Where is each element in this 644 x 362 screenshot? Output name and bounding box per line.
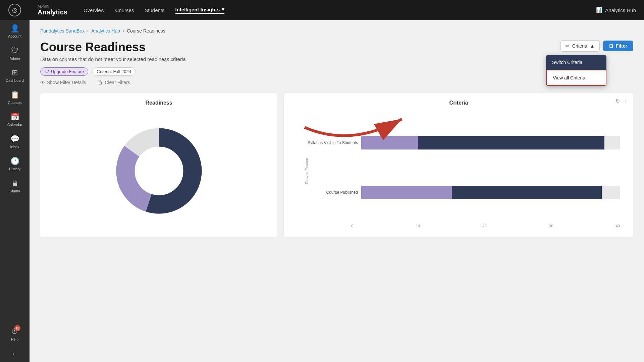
- sidebar-item-history[interactable]: 🕐 History: [0, 153, 30, 175]
- filter-button[interactable]: ⊟ Filter: [603, 41, 633, 51]
- calendar-icon: 📅: [10, 113, 19, 121]
- nav-overview[interactable]: Overview: [84, 6, 105, 14]
- x-tick-30: 30: [549, 224, 553, 228]
- tags-row: 🛡 Upgrade Feature Criteria: Fall 2024: [40, 67, 633, 76]
- filter-label: Filter: [616, 43, 627, 49]
- sidebar-collapse-button[interactable]: ←: [0, 345, 30, 362]
- bar-track-1: [361, 136, 620, 149]
- header-actions: ✏ Criteria ▲ ⊟ Filter Switch Criteria Vi…: [560, 40, 633, 52]
- criteria-chevron-icon: ▲: [590, 43, 595, 49]
- analytics-hub-label: Analytics Hub: [605, 7, 636, 13]
- show-filter-details-link[interactable]: 👁 Show Filter Details: [40, 80, 86, 85]
- content-area: Pandalytics SandBox › Analytics Hub › Co…: [30, 20, 644, 362]
- filter-row: 👁 Show Filter Details | 🗑 Clear Filters: [40, 80, 633, 85]
- help-badge-container: ⏱ 10: [11, 327, 18, 336]
- donut-chart-container: [47, 111, 271, 231]
- nav-students[interactable]: Students: [145, 6, 164, 14]
- clear-filters-link[interactable]: 🗑 Clear Filters: [98, 80, 130, 85]
- sidebar-item-studio[interactable]: 🖥 Studio: [0, 175, 30, 197]
- bar-label-1: Syllabus Visible To Students: [301, 140, 358, 145]
- x-tick-0: 0: [351, 224, 353, 228]
- sidebar: ◎ 👤 Account 🛡 Admin ⊞ Dashboard 📋 Course…: [0, 0, 30, 362]
- insights-chevron-icon: ▾: [222, 6, 224, 12]
- refresh-icon[interactable]: ↻: [615, 98, 620, 104]
- clear-filter-label: Clear Filters: [105, 80, 130, 85]
- page-header: Course Readiness Data on courses that do…: [40, 40, 633, 62]
- page-title: Course Readiness: [40, 40, 186, 54]
- courses-icon: 📋: [10, 90, 19, 99]
- sidebar-item-history-label: History: [9, 167, 20, 171]
- trash-icon: 🗑: [98, 80, 103, 85]
- sidebar-item-inbox[interactable]: 💬 Inbox: [0, 131, 30, 153]
- bar-chart-container: Canvas Feature Syllabus Visible To Stude…: [291, 111, 627, 231]
- brand: ADMIN Analytics: [38, 4, 67, 16]
- sidebar-bottom: ⏱ 10 Help ←: [0, 323, 30, 362]
- sidebar-item-calendar-label: Calendar: [7, 123, 22, 127]
- sidebar-item-account[interactable]: 👤 Account: [0, 20, 30, 42]
- history-icon: 🕐: [10, 157, 19, 166]
- donut-chart-svg: [112, 124, 206, 218]
- sidebar-logo: ◎: [0, 0, 30, 20]
- x-tick-20: 20: [482, 224, 486, 228]
- sidebar-item-courses[interactable]: 📋 Courses: [0, 86, 30, 109]
- bar-fill-light-1: [361, 136, 418, 149]
- breadcrumb: Pandalytics SandBox › Analytics Hub › Co…: [40, 28, 633, 34]
- brand-admin-label: ADMIN: [38, 4, 67, 8]
- collapse-icon: ←: [11, 350, 18, 358]
- bar-label-2: Course Published: [301, 190, 358, 195]
- chart-actions: ↻ ⋮: [615, 98, 629, 104]
- studio-icon: 🖥: [11, 179, 18, 188]
- filter-icon: ⊟: [609, 43, 613, 49]
- readiness-chart-title: Readiness: [47, 100, 271, 106]
- bar-track-2: [361, 186, 620, 199]
- help-badge-count: 10: [14, 325, 20, 331]
- x-tick-10: 10: [416, 224, 420, 228]
- sidebar-item-inbox-label: Inbox: [10, 145, 19, 149]
- filter-separator: |: [92, 80, 93, 85]
- sidebar-item-dashboard-label: Dashboard: [6, 78, 24, 82]
- sidebar-item-calendar[interactable]: 📅 Calendar: [0, 109, 30, 131]
- bar-fill-light-2: [361, 186, 452, 199]
- more-options-icon[interactable]: ⋮: [623, 98, 629, 104]
- eye-icon: 👁: [40, 80, 45, 85]
- page-subtitle: Data on courses that do not meet your se…: [40, 56, 186, 62]
- show-filter-label: Show Filter Details: [47, 80, 86, 85]
- breadcrumb-current: Course Readiness: [127, 28, 165, 34]
- sidebar-item-courses-label: Courses: [8, 101, 22, 105]
- nav-courses[interactable]: Courses: [115, 6, 134, 14]
- x-axis: 0 10 20 30 40: [351, 224, 620, 228]
- upgrade-feature-tag[interactable]: 🛡 Upgrade Feature: [40, 67, 88, 76]
- readiness-chart-card: Readiness: [40, 93, 277, 237]
- bar-chart-inner: Syllabus Visible To Students Course Publ…: [301, 111, 627, 231]
- app-logo-icon: ◎: [8, 4, 21, 16]
- upgrade-label: Upgrade Feature: [51, 69, 84, 74]
- bar-fill-dark-2: [452, 186, 602, 199]
- view-all-criteria-item[interactable]: View all Criteria: [546, 70, 606, 86]
- breadcrumb-pandalytics[interactable]: Pandalytics SandBox: [40, 28, 85, 34]
- sidebar-item-admin[interactable]: 🛡 Admin: [0, 42, 30, 64]
- criteria-label: Criteria: [572, 43, 587, 49]
- criteria-button[interactable]: ✏ Criteria ▲: [560, 40, 600, 52]
- criteria-tag[interactable]: Criteria: Fall 2024: [92, 67, 136, 76]
- criteria-pencil-icon: ✏: [566, 43, 570, 49]
- bar-row-1: Syllabus Visible To Students: [361, 136, 620, 149]
- admin-icon: 🛡: [11, 46, 18, 55]
- analytics-hub-icon: 📊: [596, 7, 602, 13]
- x-tick-40: 40: [616, 224, 620, 228]
- criteria-dropdown: Switch Criteria View all Criteria: [546, 55, 606, 86]
- nav-intelligent-insights[interactable]: Intelligent Insights ▾: [175, 6, 225, 14]
- account-icon: 👤: [10, 24, 19, 33]
- switch-criteria-item[interactable]: Switch Criteria: [546, 55, 606, 70]
- sidebar-item-studio-label: Studio: [9, 189, 20, 193]
- analytics-hub-link[interactable]: 📊 Analytics Hub: [596, 7, 636, 13]
- main-area: ADMIN Analytics Overview Courses Student…: [30, 0, 644, 362]
- breadcrumb-sep-1: ›: [87, 28, 89, 33]
- sidebar-item-dashboard[interactable]: ⊞ Dashboard: [0, 64, 30, 86]
- bar-row-2: Course Published: [361, 186, 620, 199]
- sidebar-item-help[interactable]: ⏱ 10 Help: [0, 323, 30, 345]
- breadcrumb-sep-2: ›: [123, 28, 124, 33]
- shield-icon: 🛡: [45, 69, 49, 74]
- breadcrumb-analytics-hub[interactable]: Analytics Hub: [91, 28, 120, 34]
- sidebar-item-admin-label: Admin: [9, 56, 20, 60]
- top-navigation: ADMIN Analytics Overview Courses Student…: [30, 0, 644, 20]
